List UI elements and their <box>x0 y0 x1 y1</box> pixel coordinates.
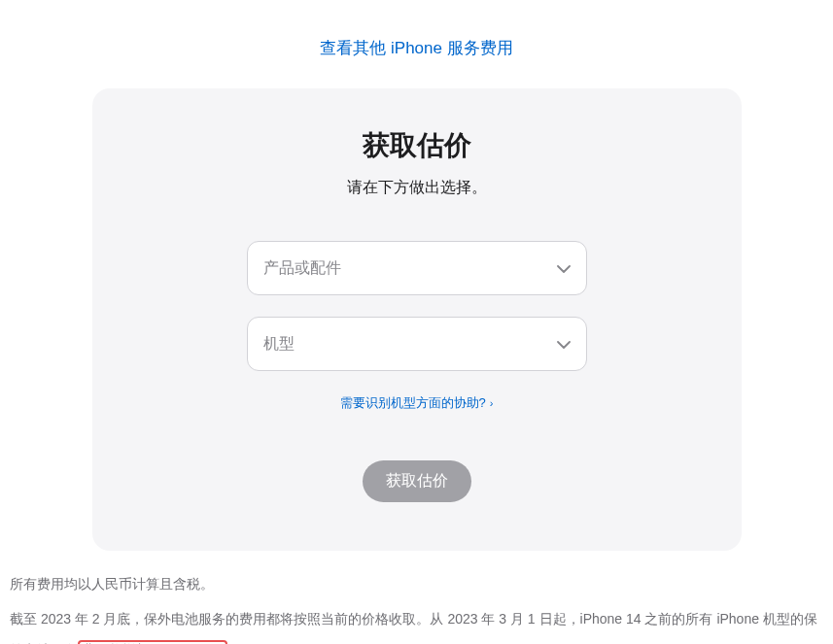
footer-text: 所有费用均以人民币计算且含税。 截至 2023 年 2 月底，保外电池服务的费用… <box>0 551 833 644</box>
chevron-right-icon: › <box>490 397 494 409</box>
card-subtitle: 请在下方做出选择。 <box>151 178 683 198</box>
other-services-link[interactable]: 查看其他 iPhone 服务费用 <box>320 39 512 57</box>
footer-line-2: 截至 2023 年 2 月底，保外电池服务的费用都将按照当前的价格收取。从 20… <box>10 603 823 644</box>
identify-model-help-link[interactable]: 需要识别机型方面的协助? › <box>340 394 494 412</box>
model-select-placeholder: 机型 <box>263 334 295 355</box>
footer-line-1: 所有费用均以人民币计算且含税。 <box>10 568 823 599</box>
chevron-down-icon <box>557 335 571 353</box>
chevron-down-icon <box>557 259 571 277</box>
product-select[interactable]: 产品或配件 <box>247 241 587 295</box>
help-link-text: 需要识别机型方面的协助? <box>340 394 486 412</box>
get-estimate-button[interactable]: 获取估价 <box>363 460 471 502</box>
product-select-placeholder: 产品或配件 <box>263 258 341 279</box>
card-title: 获取估价 <box>151 127 683 164</box>
model-select[interactable]: 机型 <box>247 317 587 371</box>
price-increase-highlight: 费用将增加 RMB 169。 <box>78 640 227 644</box>
estimate-card: 获取估价 请在下方做出选择。 产品或配件 机型 需要识别机型方面的协助? › 获… <box>92 88 742 551</box>
